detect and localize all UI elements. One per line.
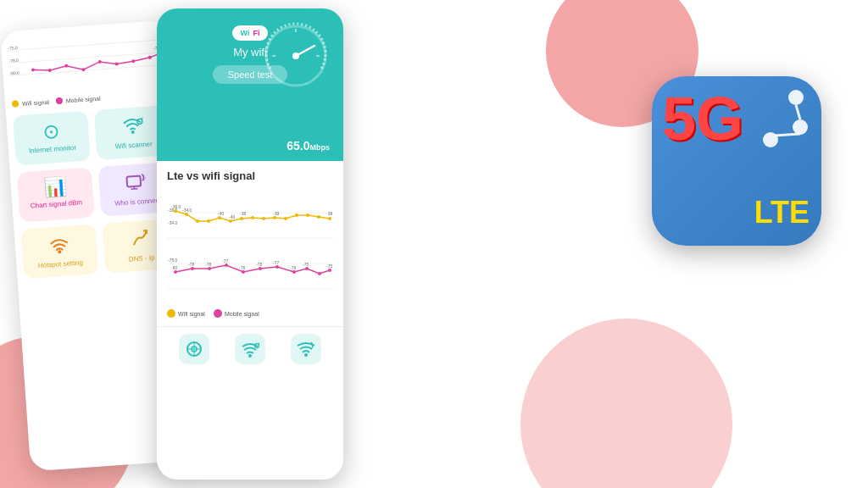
svg-text:-39: -39 <box>326 211 332 216</box>
left-chart-svg: -75.0 -78.0 -80.0 -78 <box>5 24 169 96</box>
bottom-scanner-icon <box>235 334 265 364</box>
svg-line-0 <box>7 40 166 51</box>
svg-point-57 <box>174 270 177 274</box>
svg-point-13 <box>148 56 152 59</box>
svg-point-43 <box>262 217 265 220</box>
svg-text:-39: -39 <box>273 211 279 216</box>
wifi-scanner-label: Wifi scanner <box>115 140 153 150</box>
svg-point-46 <box>295 214 298 217</box>
internet-monitor-label: Internet monitor <box>29 144 77 155</box>
svg-point-11 <box>115 62 119 65</box>
bottom-internet-item[interactable] <box>170 334 218 364</box>
svg-point-49 <box>328 217 331 220</box>
5g-label: 5G <box>662 92 743 147</box>
speedometer <box>262 22 330 90</box>
svg-point-65 <box>305 267 309 270</box>
wifi-legend-label: Wifi signal <box>22 98 49 106</box>
svg-point-45 <box>284 217 287 220</box>
svg-text:-40: -40 <box>218 211 224 216</box>
svg-text:-75: -75 <box>326 263 332 269</box>
svg-line-21 <box>131 189 137 190</box>
svg-rect-19 <box>126 175 141 186</box>
svg-point-39 <box>218 216 221 219</box>
bottom-wifi-icon <box>291 334 321 364</box>
lte-label: LTE <box>754 195 810 230</box>
svg-point-8 <box>64 64 68 68</box>
svg-point-88 <box>793 119 808 135</box>
hotspot-icon <box>48 235 70 258</box>
svg-point-83 <box>248 354 252 358</box>
svg-text:-38: -38 <box>240 211 246 216</box>
svg-point-44 <box>273 216 276 219</box>
svg-point-47 <box>306 214 309 217</box>
app-icon[interactable]: 5G LTE <box>652 76 821 246</box>
internet-monitor-icon: ⊙ <box>42 121 61 142</box>
svg-point-7 <box>48 69 52 72</box>
svg-point-16 <box>131 130 135 134</box>
mobile-legend-label: Mobile signal <box>66 95 101 103</box>
svg-line-18 <box>142 118 143 119</box>
speed-unit: Mbps <box>310 143 331 152</box>
svg-text:-75: -75 <box>303 262 309 267</box>
center-chart-legend: Wifi signal Mobile signal <box>167 309 333 318</box>
svg-point-6 <box>31 68 35 71</box>
svg-point-61 <box>242 270 245 274</box>
wifi-scanner-icon <box>120 115 144 139</box>
svg-text:-78: -78 <box>205 262 211 267</box>
svg-line-1 <box>8 53 167 64</box>
dns-label: DNS - Ip <box>129 254 155 263</box>
svg-text:-76: -76 <box>239 265 245 270</box>
lte-chart-svg: -36.0 -34.0 <box>167 187 333 306</box>
lte-chart-title: Lte vs wifi signal <box>167 169 333 182</box>
svg-text:-40: -40 <box>229 214 235 219</box>
app-icon-container: 5G LTE <box>652 76 821 246</box>
grid-item-internet-monitor[interactable]: ⊙ Internet monitor <box>13 111 91 166</box>
wifi-badge-fi: Fi <box>253 29 259 37</box>
svg-point-67 <box>328 269 331 272</box>
speed-display: 65.0Mbps <box>287 139 330 152</box>
svg-line-90 <box>796 105 800 119</box>
bg-shape-center <box>520 319 732 488</box>
center-mobile-legend: Mobile signal <box>225 311 259 317</box>
grid-item-chart-signal[interactable]: 📊 Chart signal dBm <box>17 168 95 223</box>
svg-point-86 <box>304 353 308 357</box>
who-connected-label: Who is connect <box>114 197 161 208</box>
svg-line-85 <box>259 343 259 344</box>
center-wifi-legend: Wifi signal <box>178 311 205 317</box>
speed-number: 65.0 <box>287 139 309 152</box>
svg-point-37 <box>196 219 199 223</box>
svg-point-41 <box>240 217 243 220</box>
svg-point-60 <box>225 263 228 267</box>
hotspot-label: Hotspot setting <box>37 258 83 269</box>
svg-text:-34.0: -34.0 <box>182 208 192 213</box>
grid-item-hotspot[interactable]: Hotspot setting <box>20 224 98 279</box>
bottom-scanner-item[interactable] <box>226 334 274 364</box>
svg-point-36 <box>185 213 188 216</box>
svg-point-42 <box>251 216 254 219</box>
network-icon <box>754 85 813 156</box>
svg-text:-77: -77 <box>222 258 228 263</box>
svg-text:-78.0: -78.0 <box>8 58 19 64</box>
svg-point-22 <box>58 250 61 253</box>
svg-text:-78: -78 <box>188 262 194 267</box>
svg-text:-75.0: -75.0 <box>8 46 18 51</box>
svg-point-48 <box>317 215 320 219</box>
svg-point-25 <box>292 53 299 59</box>
who-connected-icon <box>125 172 148 196</box>
svg-point-35 <box>174 209 177 213</box>
svg-line-91 <box>775 134 800 136</box>
svg-point-58 <box>191 267 194 270</box>
svg-text:-80: -80 <box>171 265 177 270</box>
svg-text:-78: -78 <box>256 262 262 267</box>
svg-point-40 <box>229 219 232 223</box>
lte-chart-area: -36.0 -34.0 <box>167 187 333 306</box>
center-header: Wi Fi My wifi Speed test 65.0Mbps <box>157 8 343 161</box>
bottom-internet-icon <box>179 334 209 364</box>
svg-text:-76: -76 <box>290 265 296 270</box>
svg-text:-75.0: -75.0 <box>168 258 178 263</box>
center-content: Lte vs wifi signal -36.0 -34.0 <box>157 161 343 326</box>
svg-point-66 <box>318 272 321 275</box>
chart-signal-label: Chart signal dBm <box>31 198 83 209</box>
bottom-wifi-item[interactable] <box>282 334 330 364</box>
svg-point-62 <box>259 267 262 270</box>
